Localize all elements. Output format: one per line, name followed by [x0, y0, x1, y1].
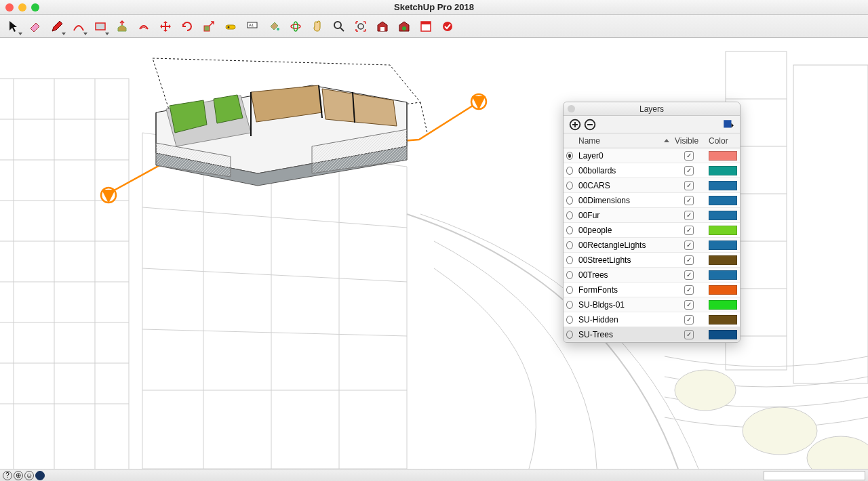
layer-color-swatch[interactable] [709, 315, 737, 325]
layer-name[interactable]: 00CARS [576, 181, 672, 190]
layers-col-name[interactable]: Name [576, 136, 672, 146]
layer-color-swatch[interactable] [709, 270, 737, 280]
layer-visible-checkbox[interactable] [684, 226, 694, 235]
layer-visible-checkbox[interactable] [684, 181, 694, 190]
layer-row[interactable]: 00RectangleLights [564, 238, 740, 253]
layers-panel-titlebar[interactable]: Layers [564, 102, 740, 116]
active-layer-radio[interactable] [566, 271, 573, 279]
layer-color-swatch[interactable] [709, 181, 737, 190]
layer-visible-checkbox[interactable] [684, 240, 694, 250]
layer-name[interactable]: 00Dimensions [576, 196, 672, 205]
model-viewport[interactable]: Layers Name Visible Color Layer000bollar… [0, 38, 868, 469]
layer-name[interactable]: SU-Bldgs-01 [576, 300, 672, 310]
layer-name[interactable]: FormFonts [576, 285, 672, 295]
layer-name[interactable]: SU-Hidden [576, 315, 672, 325]
move-tool[interactable] [156, 17, 175, 36]
3d-warehouse-tool[interactable] [373, 17, 392, 36]
layer-visible-checkbox[interactable] [684, 270, 694, 280]
layer-row[interactable]: 00Dimensions [564, 193, 740, 208]
layer-color-swatch[interactable] [709, 211, 737, 220]
layers-col-color[interactable]: Color [706, 136, 740, 146]
layers-panel-close-button[interactable] [568, 105, 575, 112]
layers-panel-menu-button[interactable] [722, 119, 734, 131]
active-layer-radio[interactable] [566, 167, 573, 175]
active-floor-model[interactable] [156, 85, 407, 186]
layer-name[interactable]: SU-Trees [576, 330, 672, 339]
layer-color-swatch[interactable] [709, 300, 737, 310]
layer-visible-checkbox[interactable] [684, 315, 694, 325]
active-layer-radio[interactable] [566, 152, 573, 160]
paint-bucket-tool[interactable] [264, 17, 283, 36]
layer-row[interactable]: 00bollards [564, 163, 740, 178]
active-layer-radio[interactable] [566, 211, 573, 219]
layer-name[interactable]: 00StreetLights [576, 255, 672, 265]
active-layer-radio[interactable] [566, 226, 573, 234]
layer-visible-checkbox[interactable] [684, 255, 694, 265]
extension-manager-tool[interactable] [438, 17, 457, 36]
layer-color-swatch[interactable] [709, 255, 737, 265]
active-layer-radio[interactable] [566, 241, 573, 249]
pushpull-tool[interactable] [113, 17, 132, 36]
tape-measure-tool[interactable] [221, 17, 240, 36]
layer-name[interactable]: 00bollards [576, 166, 672, 175]
active-layer-radio[interactable] [566, 286, 573, 294]
help-icon[interactable]: ? [3, 471, 12, 480]
geolocation-icon[interactable]: ⊕ [14, 471, 23, 480]
remove-layer-button[interactable] [584, 119, 596, 131]
layer-color-swatch[interactable] [709, 226, 737, 235]
layer-name[interactable]: 00people [576, 226, 672, 235]
profile-icon[interactable]: ☺ [24, 471, 34, 480]
measurements-input[interactable] [764, 471, 865, 480]
layer-row[interactable]: 00people [564, 223, 740, 238]
layer-color-swatch[interactable] [709, 285, 737, 295]
select-tool[interactable] [4, 17, 23, 36]
active-layer-radio[interactable] [566, 301, 573, 309]
zoom-tool[interactable] [330, 17, 349, 36]
text-tool[interactable]: A1 [243, 17, 262, 36]
rectangle-tool[interactable] [91, 17, 110, 36]
pencil-tool[interactable] [47, 17, 66, 36]
active-layer-radio[interactable] [566, 316, 573, 324]
active-layer-radio[interactable] [566, 196, 573, 205]
layer-visible-checkbox[interactable] [684, 285, 694, 295]
active-layer-radio[interactable] [566, 182, 573, 190]
layer-visible-checkbox[interactable] [684, 300, 694, 310]
layer-row[interactable]: 00CARS [564, 178, 740, 193]
layer-row[interactable]: SU-Trees [564, 327, 740, 342]
active-layer-radio[interactable] [566, 331, 573, 339]
layout-tool[interactable] [416, 17, 435, 36]
layer-row[interactable]: SU-Hidden [564, 312, 740, 327]
layer-row[interactable]: 00StreetLights [564, 253, 740, 268]
layer-color-swatch[interactable] [709, 330, 737, 339]
layer-row[interactable]: 00Fur [564, 208, 740, 223]
layer-visible-checkbox[interactable] [684, 166, 694, 175]
layer-color-swatch[interactable] [709, 196, 737, 205]
layer-row[interactable]: FormFonts [564, 283, 740, 297]
eraser-tool[interactable] [26, 17, 45, 36]
layer-color-swatch[interactable] [709, 166, 737, 175]
layer-visible-checkbox[interactable] [684, 151, 694, 161]
layer-name[interactable]: 00Trees [576, 270, 672, 280]
arc-tool[interactable] [69, 17, 88, 36]
layer-visible-checkbox[interactable] [684, 196, 694, 205]
layer-row[interactable]: SU-Bldgs-01 [564, 297, 740, 312]
layers-panel[interactable]: Layers Name Visible Color Layer000bollar… [563, 102, 741, 343]
zoom-extents-tool[interactable] [351, 17, 370, 36]
pan-tool[interactable] [308, 17, 327, 36]
layer-name[interactable]: 00Fur [576, 211, 672, 220]
rotate-tool[interactable] [178, 17, 197, 36]
credits-icon[interactable]: ● [35, 471, 45, 480]
layer-row[interactable]: Layer0 [564, 148, 740, 163]
layer-color-swatch[interactable] [709, 240, 737, 250]
layers-col-visible[interactable]: Visible [672, 136, 706, 146]
orbit-tool[interactable] [286, 17, 305, 36]
offset-tool[interactable] [134, 17, 153, 36]
active-layer-radio[interactable] [566, 256, 573, 264]
extension-warehouse-tool[interactable] [395, 17, 414, 36]
layer-name[interactable]: Layer0 [576, 151, 672, 161]
layer-visible-checkbox[interactable] [684, 330, 694, 339]
layer-visible-checkbox[interactable] [684, 211, 694, 220]
scale-tool[interactable] [199, 17, 218, 36]
add-layer-button[interactable] [569, 119, 581, 131]
layer-name[interactable]: 00RectangleLights [576, 240, 672, 250]
